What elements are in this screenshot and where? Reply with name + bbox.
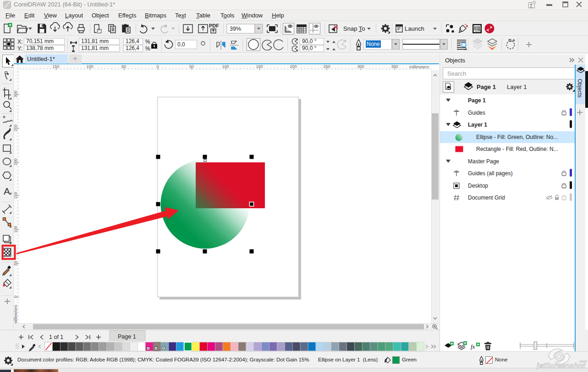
svg-text:100: 100 (86, 65, 93, 69)
svg-text:millimeters: millimeters (409, 65, 429, 69)
svg-text:millimeters: millimeters (14, 305, 18, 323)
svg-text:Objects: Objects (577, 79, 583, 98)
svg-text:200: 200 (290, 65, 297, 69)
svg-text:50: 50 (121, 65, 126, 69)
svg-text:39%: 39% (230, 26, 241, 32)
svg-text:0: 0 (156, 65, 159, 69)
svg-text:150: 150 (14, 192, 18, 199)
svg-text:.com: .com (578, 359, 587, 363)
svg-text:1 of 1: 1 of 1 (49, 334, 63, 340)
svg-text:150: 150 (256, 65, 263, 69)
svg-text:100: 100 (222, 65, 229, 69)
svg-text:300: 300 (14, 90, 18, 97)
svg-text:350: 350 (391, 65, 398, 69)
svg-text:100: 100 (14, 226, 18, 233)
svg-text:200: 200 (14, 158, 18, 165)
svg-text:Snap To: Snap To (343, 25, 365, 32)
svg-text:300: 300 (357, 65, 364, 69)
svg-text:Launch: Launch (405, 25, 424, 32)
svg-text:PDF: PDF (209, 23, 219, 28)
svg-text:250: 250 (323, 65, 330, 69)
svg-text:50: 50 (189, 65, 194, 69)
svg-text:150: 150 (52, 65, 59, 69)
svg-text:Page 1: Page 1 (118, 333, 136, 340)
svg-text:50: 50 (14, 261, 18, 266)
svg-text:12345: 12345 (475, 30, 481, 32)
svg-text:0: 0 (14, 295, 18, 298)
svg-text:A: A (4, 186, 10, 196)
svg-text:250: 250 (14, 124, 18, 131)
